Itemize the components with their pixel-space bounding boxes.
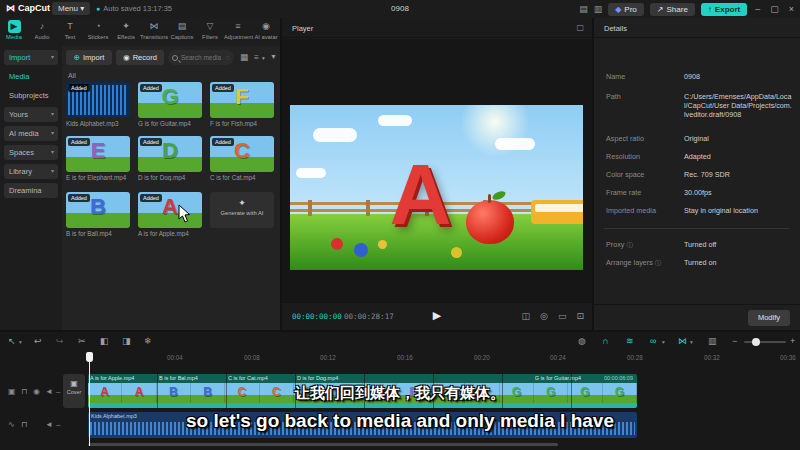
undo-icon[interactable]: ↩ [34,336,42,346]
filter-all-label[interactable]: All [68,72,76,79]
sort-icon[interactable]: ≡ [254,52,259,62]
media-item-e-elephant[interactable]: EAdded E is for Elephant.mp4 [66,136,130,181]
sidebar-item-yours[interactable]: Yours▾ [4,107,58,122]
export-icon: ↑ [708,3,712,16]
zoom-out-icon[interactable]: − [732,336,737,346]
close-button[interactable]: × [787,4,796,14]
chevron-down-icon: ▾ [51,50,54,65]
export-button[interactable]: ↑Export [701,3,747,16]
maximize-button[interactable]: ▢ [768,4,781,14]
cloud-graphic [378,115,412,126]
zoom-in-icon[interactable]: + [790,336,795,346]
clip-name-bar: A is for Apple.mp4 B is for Bal.mp4 C is… [88,374,637,383]
tab-media[interactable]: ▶Media [0,18,28,44]
media-item-c-cat[interactable]: CAdded C is for Cat.mp4 [210,136,274,181]
filter-icon[interactable]: ▼ [270,53,277,60]
tab-adjustment[interactable]: ≡Adjustment [224,18,252,44]
delete-left-icon[interactable]: ◧ [100,336,109,346]
layout-panel-icon[interactable]: ▤ [579,4,588,14]
clip-duration-label: 00:00:06:09 [604,375,633,381]
chevron-down-icon: ▾ [51,126,54,141]
player-panel: Player ▢ A [282,18,592,330]
play-button[interactable]: ▶ [433,309,441,322]
media-item-a-apple[interactable]: AAdded A is for Apple.mp4 [138,192,202,237]
auto-ripple-icon[interactable]: ≋ [626,336,634,346]
record-button[interactable]: ◉Record [116,50,164,65]
media-item-f-fish[interactable]: FAdded F is for Fish.mp4 [210,82,274,127]
fullscreen-icon[interactable]: ⊡ [576,311,584,321]
filters-icon: ▽ [204,20,217,33]
timeline-horizontal-scrollbar[interactable] [88,443,558,446]
tab-ai-avatar[interactable]: ◉AI avatar [252,18,280,44]
tab-transitions[interactable]: ⋈Transitions [140,18,168,44]
pro-button[interactable]: ◆Pro [608,3,644,16]
search-input[interactable] [181,54,223,61]
record-icon: ◉ [123,50,130,65]
redo-icon[interactable]: ↪ [56,336,64,346]
media-item-b-ball[interactable]: BAdded B is for Ball.mp4 [66,192,130,237]
magnet-snap-icon[interactable]: ∩ [602,336,608,346]
tab-stickers[interactable]: ◔Stickers [84,18,112,44]
letter-a-graphic: A [390,154,452,234]
media-panel: ▶Media ♪Audio TText ◔Stickers ✦Effects ⋈… [0,18,280,330]
timeline-zoom-slider[interactable] [744,341,786,343]
chevron-down-icon: ▾ [662,339,665,345]
zoom-slider-knob[interactable] [752,338,760,346]
text-icon: T [64,20,77,33]
ratio-icon[interactable]: ▭ [558,311,567,321]
delete-right-icon[interactable]: ◨ [122,336,131,346]
details-panel: Details Name0908 PathC:/Users/Emenses/Ap… [594,18,800,330]
freeze-frame-icon[interactable]: ❄ [144,336,152,346]
mirror-preview-icon[interactable]: ◫ [522,311,531,321]
import-button[interactable]: ⊕Import [66,50,112,65]
ai-avatar-icon: ◉ [260,20,273,33]
playhead-line [89,361,90,446]
sidebar-item-subprojects[interactable]: Subprojects [4,88,58,103]
sidebar-item-library[interactable]: Library▾ [4,164,58,179]
transition-toggle-icon[interactable]: ⋈ [678,336,687,346]
search-box[interactable]: ◌ [168,50,234,65]
split-icon[interactable]: ✂ [78,336,86,346]
timeline-ruler[interactable]: 00:04 00:08 00:12 00:16 00:20 00:24 00:2… [0,352,800,364]
player-header-title: Player [292,24,313,33]
media-item-kids-alphabet[interactable]: Added Kids Alphabet.mp3 [66,82,130,127]
link-clips-icon[interactable]: ∞ [650,336,656,346]
current-time: 00:00:00:00 [292,312,342,321]
minimize-button[interactable]: – [753,4,762,14]
layout-panel-alt-icon[interactable]: ▥ [594,4,603,14]
tab-captions[interactable]: ▤Captions [168,18,196,44]
school-bus-graphic [531,200,583,224]
added-badge: Added [140,138,162,146]
modify-button[interactable]: Modify [748,310,790,326]
generate-with-ai-card[interactable]: ✦ Generate with AI [210,192,274,228]
subtitle-english: so let's go back to media and only media… [0,410,800,432]
sidebar-item-spaces[interactable]: Spaces▾ [4,145,58,160]
tab-audio[interactable]: ♪Audio [28,18,56,44]
added-badge: Added [140,194,162,202]
chevron-down-icon: ▾ [51,145,54,160]
sidebar-item-import[interactable]: Import▾ [4,50,58,65]
pro-diamond-icon: ◆ [615,3,621,16]
voiceover-mic-icon[interactable]: ◍ [578,336,586,346]
search-scope-icon[interactable]: ◌ [226,54,230,61]
sidebar-item-media[interactable]: Media [4,69,58,84]
video-preview[interactable]: A [290,105,583,270]
media-item-d-dog[interactable]: DAdded D is for Dog.mp4 [138,136,202,181]
preview-quality-icon[interactable]: ◎ [540,311,548,321]
media-item-g-guitar[interactable]: GAdded G is for Guitar.mp4 [138,82,202,127]
tab-text[interactable]: TText [56,18,84,44]
select-tool-icon[interactable]: ↖ [8,336,16,346]
cloud-graphic [296,168,326,178]
effects-icon: ✦ [120,20,133,33]
grid-view-icon[interactable]: ▦ [240,52,248,62]
mouse-cursor [178,204,192,224]
sidebar-item-ai-media[interactable]: AI media▾ [4,126,58,141]
transitions-icon: ⋈ [148,20,161,33]
cloud-graphic [313,128,357,142]
share-button[interactable]: ↗Share [650,3,695,16]
sidebar-item-dreamina[interactable]: Dreamina [4,183,58,198]
player-options-icon[interactable]: ▢ [576,23,584,32]
preview-axis-icon[interactable]: ▥ [708,336,717,346]
tab-effects[interactable]: ✦Effects [112,18,140,44]
tab-filters[interactable]: ▽Filters [196,18,224,44]
